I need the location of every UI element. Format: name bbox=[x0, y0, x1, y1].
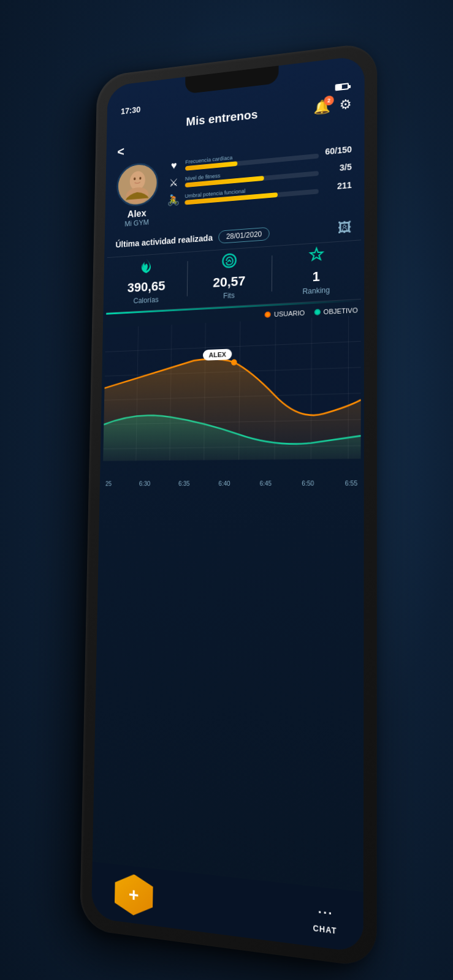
fits-label: Fits bbox=[223, 291, 235, 300]
photo-icon[interactable]: 🖼 bbox=[337, 219, 351, 236]
phone-outer: 17:30 Mis entrenos 🔔 2 bbox=[79, 42, 376, 968]
chart-tooltip: ALEX bbox=[202, 349, 232, 360]
metric-calories: 390,65 Calorías bbox=[106, 255, 187, 307]
metric-ranking: 1 Ranking bbox=[272, 243, 361, 297]
page-title: Mis entrenos bbox=[186, 107, 257, 128]
heart-icon: ♥ bbox=[167, 159, 181, 173]
calories-label: Calorías bbox=[133, 296, 158, 306]
x-label-3: 6:35 bbox=[178, 480, 189, 487]
stat-value-heart: 60/150 bbox=[324, 144, 352, 156]
bottom-nav: + ··· CHAT bbox=[91, 862, 363, 953]
fitness-icon: ⚔ bbox=[166, 176, 180, 190]
fits-value: 20,57 bbox=[213, 273, 245, 290]
legend-label-usuario: USUARIO bbox=[273, 309, 304, 318]
x-label-7: 6:55 bbox=[345, 480, 357, 486]
avatar-area: Alex Mi GYM bbox=[116, 161, 159, 228]
x-label-6: 6:50 bbox=[302, 480, 314, 487]
x-label-1: 25 bbox=[105, 481, 111, 488]
x-label-4: 6:40 bbox=[218, 480, 230, 487]
bell-wrapper[interactable]: 🔔 2 bbox=[313, 99, 330, 116]
stat-value-power: 211 bbox=[323, 180, 351, 192]
star-icon bbox=[307, 246, 325, 268]
phone-wrapper: 17:30 Mis entrenos 🔔 2 bbox=[79, 42, 376, 968]
chat-button[interactable]: ··· CHAT bbox=[313, 900, 337, 936]
avatar bbox=[116, 161, 158, 208]
flame-icon bbox=[138, 257, 154, 278]
user-gym: Mi GYM bbox=[124, 218, 149, 228]
screen: 17:30 Mis entrenos 🔔 2 bbox=[91, 55, 364, 952]
chat-label: CHAT bbox=[313, 924, 337, 936]
fits-icon bbox=[221, 252, 237, 273]
legend-dot-orange bbox=[265, 311, 271, 317]
activity-title: Última actividad realizada bbox=[115, 233, 213, 249]
status-icons bbox=[335, 83, 348, 91]
calories-value: 390,65 bbox=[127, 278, 165, 295]
legend-label-objetivo: OBJETIVO bbox=[323, 306, 357, 315]
gear-icon[interactable]: ⚙ bbox=[339, 96, 351, 113]
metric-fits: 20,57 Fits bbox=[187, 249, 272, 302]
stat-value-fitness: 3/5 bbox=[323, 162, 351, 174]
legend-objetivo: OBJETIVO bbox=[314, 306, 357, 316]
status-time: 17:30 bbox=[120, 105, 140, 116]
chat-icon: ··· bbox=[317, 900, 332, 924]
x-label-5: 6:45 bbox=[259, 480, 272, 487]
bike-icon: 🚴 bbox=[166, 193, 180, 207]
x-axis: 25 6:30 6:35 6:40 6:45 6:50 6:55 bbox=[99, 478, 364, 488]
phone-inner: 17:30 Mis entrenos 🔔 2 bbox=[91, 55, 364, 952]
add-button[interactable]: + bbox=[114, 872, 153, 918]
legend-usuario: USUARIO bbox=[265, 309, 305, 318]
notification-badge: 2 bbox=[324, 95, 333, 105]
legend-dot-teal bbox=[314, 309, 320, 315]
ranking-label: Ranking bbox=[302, 286, 330, 296]
date-badge[interactable]: 28/01/2020 bbox=[218, 227, 270, 244]
ranking-value: 1 bbox=[312, 269, 320, 285]
x-label-2: 6:30 bbox=[139, 480, 150, 487]
chart-area: ALEX bbox=[102, 315, 360, 480]
nav-icons: 🔔 2 ⚙ bbox=[313, 96, 352, 116]
battery-icon bbox=[335, 83, 348, 91]
